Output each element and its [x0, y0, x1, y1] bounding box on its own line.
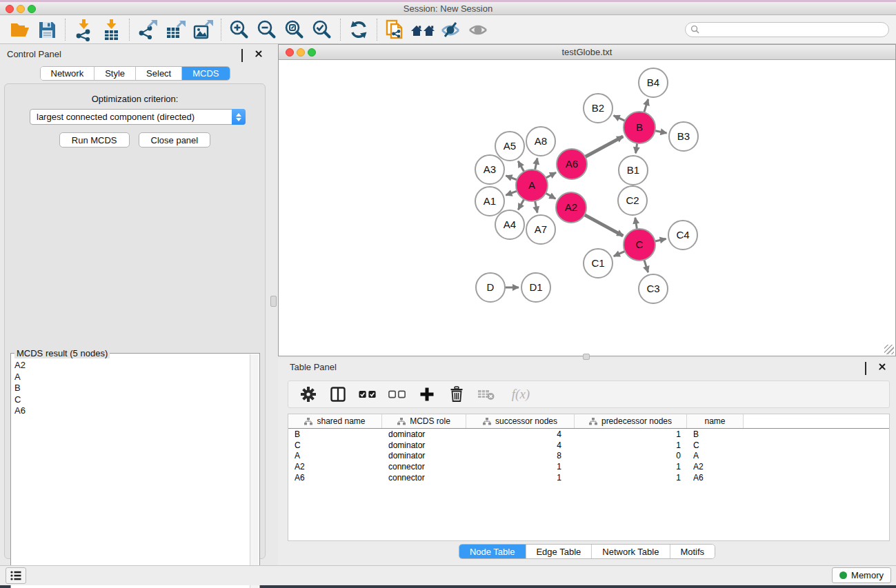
- table-cell[interactable]: A: [687, 451, 744, 460]
- table-cell[interactable]: A2: [687, 462, 744, 472]
- close-table-panel-icon[interactable]: [878, 363, 886, 371]
- add-column-icon[interactable]: [418, 385, 436, 403]
- deselect-all-checkboxes-icon[interactable]: [388, 385, 406, 403]
- tab-style[interactable]: Style: [94, 67, 136, 80]
- hide-selected-eye-icon[interactable]: [437, 17, 464, 43]
- table-cell[interactable]: 4: [466, 429, 575, 439]
- mcds-result-item[interactable]: A6: [12, 405, 250, 417]
- zoom-fit-icon[interactable]: [281, 17, 308, 43]
- run-mcds-button[interactable]: Run MCDS: [59, 132, 130, 148]
- import-network-icon[interactable]: [70, 17, 97, 43]
- search-field[interactable]: [685, 22, 889, 37]
- graph-edge[interactable]: [644, 99, 648, 114]
- delete-table-icon[interactable]: [477, 385, 495, 403]
- horizontal-split-handle[interactable]: [583, 354, 590, 360]
- mcds-result-list: A2ABCA6: [12, 356, 250, 588]
- float-panel-icon[interactable]: [241, 50, 250, 58]
- save-session-icon[interactable]: [33, 17, 61, 43]
- memory-button[interactable]: Memory: [832, 567, 891, 583]
- import-table-icon[interactable]: [97, 17, 125, 43]
- graph-node-label: A6: [566, 158, 578, 170]
- new-network-from-selection-icon[interactable]: [381, 17, 409, 43]
- select-all-checkboxes-icon[interactable]: [359, 385, 377, 403]
- table-cell[interactable]: 1: [466, 473, 575, 483]
- column-header-mcds-role[interactable]: MCDS role: [382, 414, 466, 428]
- open-file-icon[interactable]: [6, 17, 33, 43]
- function-builder-icon[interactable]: f(x): [507, 385, 535, 403]
- network-view-window: testGlobe.txt B4B2BB3A8A5A6A3B1AA1C2A2A4…: [278, 44, 896, 356]
- tab-motifs[interactable]: Motifs: [670, 545, 715, 558]
- mcds-result-item[interactable]: A: [12, 372, 250, 383]
- window-resize-grip[interactable]: [884, 345, 894, 354]
- search-input[interactable]: [703, 23, 888, 36]
- table-cell[interactable]: dominator: [382, 451, 466, 460]
- table-row[interactable]: Cdominator41C: [288, 440, 889, 451]
- table-cell[interactable]: A: [288, 451, 382, 460]
- tab-mcds[interactable]: MCDS: [182, 67, 229, 80]
- table-cell[interactable]: A2: [288, 462, 382, 472]
- result-scrollbar[interactable]: [250, 354, 259, 588]
- table-row[interactable]: Bdominator41B: [288, 429, 889, 440]
- close-panel-button[interactable]: Close panel: [139, 132, 211, 148]
- table-row[interactable]: A6connector11A6: [288, 472, 889, 483]
- export-table-icon[interactable]: [161, 17, 189, 43]
- tab-node-table[interactable]: Node Table: [459, 545, 526, 558]
- column-header-shared-name[interactable]: shared name: [288, 414, 382, 428]
- graph-node-label: A: [528, 179, 535, 191]
- refresh-icon[interactable]: [345, 17, 372, 43]
- criterion-dropdown[interactable]: largest connected component (directed): [30, 109, 246, 125]
- zoom-in-icon[interactable]: [226, 17, 253, 43]
- close-panel-icon[interactable]: [255, 50, 263, 58]
- mcds-result-item[interactable]: C: [12, 394, 250, 406]
- table-cell[interactable]: A6: [687, 473, 744, 483]
- mcds-result-item[interactable]: A2: [12, 360, 250, 372]
- tab-select[interactable]: Select: [136, 67, 182, 80]
- node-table: shared name MCDS role successor nodes pr…: [288, 414, 890, 541]
- zoom-selected-icon[interactable]: [308, 17, 336, 43]
- table-row[interactable]: A2connector11A2: [288, 461, 889, 472]
- graph-edge[interactable]: [584, 136, 624, 158]
- first-neighbors-icon[interactable]: [409, 17, 437, 43]
- table-cell[interactable]: 1: [466, 462, 575, 472]
- table-cell[interactable]: 1: [575, 429, 687, 439]
- zoom-out-icon[interactable]: [253, 17, 281, 43]
- column-layout-icon[interactable]: [329, 385, 347, 403]
- table-cell[interactable]: 1: [575, 473, 687, 483]
- table-cell[interactable]: dominator: [382, 429, 466, 439]
- show-all-eye-icon[interactable]: [464, 17, 492, 43]
- table-row[interactable]: Adominator80A: [288, 451, 889, 462]
- table-cell[interactable]: 1: [575, 440, 687, 450]
- column-header-name[interactable]: name: [687, 414, 744, 428]
- table-cell[interactable]: 1: [575, 462, 687, 472]
- float-table-panel-icon[interactable]: [865, 363, 873, 371]
- delete-column-trash-icon[interactable]: [448, 385, 466, 403]
- table-cell[interactable]: dominator: [382, 440, 466, 450]
- mcds-result-item[interactable]: B: [12, 383, 250, 394]
- column-header-predecessor-nodes[interactable]: predecessor nodes: [575, 414, 687, 428]
- dropdown-stepper-icon: [232, 109, 246, 125]
- export-image-icon[interactable]: [189, 17, 217, 43]
- table-cell[interactable]: C: [288, 440, 382, 450]
- table-cell[interactable]: A6: [288, 473, 382, 483]
- graph-edge[interactable]: [614, 116, 626, 122]
- table-cell[interactable]: B: [288, 429, 382, 439]
- tab-edge-table[interactable]: Edge Table: [526, 545, 592, 558]
- table-cell[interactable]: connector: [382, 473, 466, 483]
- task-history-button[interactable]: [6, 567, 26, 584]
- table-cell[interactable]: B: [687, 429, 744, 439]
- column-header-successor-nodes[interactable]: successor nodes: [466, 414, 575, 428]
- table-cell[interactable]: C: [687, 440, 744, 450]
- table-cell[interactable]: 4: [466, 440, 575, 450]
- tab-network-table[interactable]: Network Table: [592, 545, 670, 558]
- graph-edge[interactable]: [584, 214, 624, 236]
- network-canvas[interactable]: B4B2BB3A8A5A6A3B1AA1C2A2A4A7C4CC1C3DD1: [279, 60, 895, 356]
- table-cell[interactable]: 0: [575, 451, 687, 460]
- vertical-split-handle[interactable]: [270, 296, 277, 307]
- table-options-gear-icon[interactable]: [299, 385, 317, 403]
- graph-edge[interactable]: [644, 258, 648, 272]
- table-cell[interactable]: connector: [382, 462, 466, 472]
- tab-network[interactable]: Network: [40, 67, 94, 80]
- criterion-dropdown-value: largest connected component (directed): [30, 112, 232, 122]
- table-cell[interactable]: 8: [466, 451, 575, 460]
- export-network-icon[interactable]: [134, 17, 161, 43]
